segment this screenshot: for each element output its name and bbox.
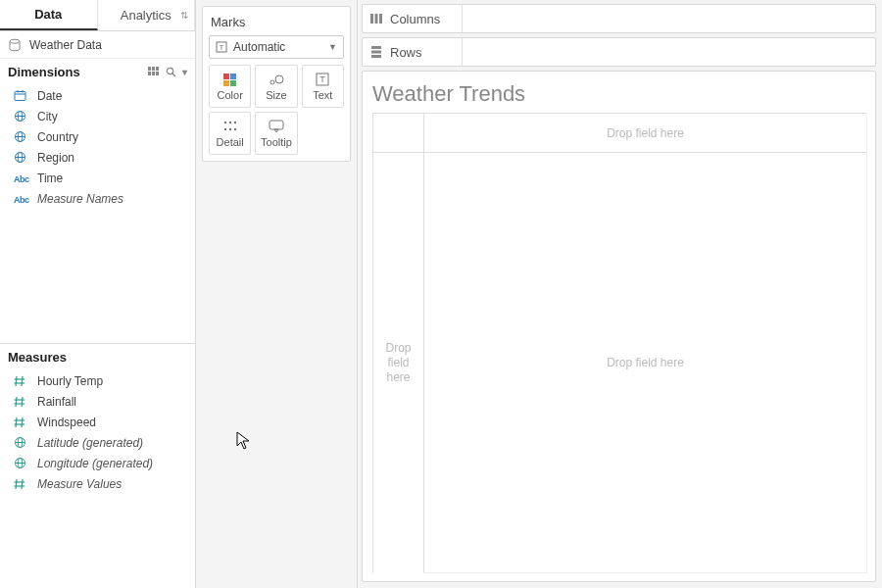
measure-field[interactable]: Windspeed: [0, 412, 195, 432]
svg-rect-59: [379, 14, 382, 24]
svg-point-7: [167, 68, 172, 74]
measures-header: Measures: [0, 344, 195, 368]
svg-line-8: [172, 74, 175, 76]
viz-title[interactable]: Weather Trends: [372, 79, 867, 113]
measure-field[interactable]: Measure Values: [0, 473, 195, 494]
dimension-field[interactable]: Country: [0, 126, 195, 147]
measures-list: Hourly TempRainfallWindspeedLatitude (ge…: [0, 368, 195, 500]
viz-col-dropzone[interactable]: Drop field here: [423, 113, 866, 152]
tab-data[interactable]: Data: [0, 0, 98, 30]
abc-icon: Abc: [14, 192, 27, 206]
viz-row-drop-text: Drop field here: [377, 341, 419, 385]
tooltip-icon: [269, 119, 284, 134]
field-label: Latitude (generated): [37, 436, 187, 450]
marks-color-button[interactable]: Color: [209, 65, 251, 108]
svg-point-55: [233, 128, 235, 130]
svg-rect-4: [148, 72, 151, 75]
tab-data-label: Data: [34, 7, 62, 22]
field-label: Measure Values: [37, 477, 187, 491]
abc-icon: Abc: [14, 172, 27, 185]
svg-line-40: [16, 479, 17, 489]
hash-icon: [14, 375, 27, 387]
svg-rect-6: [156, 72, 159, 75]
dimensions-list: DateCityCountryRegionAbcTimeAbcMeasure N…: [0, 83, 195, 215]
measure-field[interactable]: Longitude (generated): [0, 453, 195, 473]
text-icon: T: [316, 72, 329, 87]
svg-line-22: [16, 376, 17, 386]
svg-point-50: [223, 122, 225, 123]
globe-icon: [14, 436, 27, 449]
dimension-field[interactable]: City: [0, 106, 195, 126]
dimension-field[interactable]: AbcMeasure Names: [0, 188, 195, 209]
hash-icon: [14, 396, 27, 408]
mark-type-label: Automatic: [233, 40, 285, 54]
measure-field[interactable]: Latitude (generated): [0, 432, 195, 453]
svg-line-30: [16, 417, 17, 427]
marks-detail-button[interactable]: Detail: [209, 112, 251, 155]
marks-card: Marks T Automatic ▼ Color Size: [202, 6, 351, 162]
globe-icon: [14, 110, 27, 122]
svg-point-0: [10, 39, 20, 43]
dimensions-header: Dimensions ▾: [0, 59, 195, 83]
svg-rect-60: [371, 46, 381, 49]
search-icon[interactable]: [166, 67, 176, 77]
datasource-name: Weather Data: [29, 38, 102, 52]
rows-shelf[interactable]: Rows: [362, 37, 876, 67]
dimension-field[interactable]: Date: [0, 85, 195, 106]
dimension-field[interactable]: Region: [0, 147, 195, 168]
marks-size-button[interactable]: Size: [255, 65, 297, 108]
marks-color-label: Color: [218, 89, 243, 101]
color-icon: [223, 72, 236, 87]
field-label: Measure Names: [37, 192, 187, 206]
measure-field[interactable]: Rainfall: [0, 391, 195, 412]
datasource-row[interactable]: Weather Data: [0, 31, 195, 59]
field-label: Time: [37, 172, 187, 185]
hash-icon: [14, 478, 27, 490]
dimension-field[interactable]: AbcTime: [0, 168, 195, 188]
viz-area: Weather Trends Drop field here Drop fiel…: [362, 71, 876, 582]
svg-point-54: [228, 128, 230, 130]
dimensions-title: Dimensions: [8, 65, 80, 79]
tab-analytics[interactable]: Analytics ⇅: [98, 0, 196, 30]
columns-shelf[interactable]: Columns: [362, 4, 876, 33]
field-label: Rainfall: [37, 395, 187, 409]
marks-detail-label: Detail: [217, 136, 244, 148]
columns-dropzone[interactable]: [463, 5, 875, 32]
svg-line-41: [22, 479, 23, 489]
svg-rect-58: [375, 14, 378, 24]
svg-point-51: [228, 122, 230, 123]
marks-pane: Marks T Automatic ▼ Color Size: [196, 0, 358, 588]
tab-analytics-label: Analytics: [121, 8, 172, 23]
viz-row-dropzone[interactable]: Drop field here: [372, 152, 423, 573]
svg-rect-9: [15, 92, 25, 101]
svg-rect-61: [371, 51, 381, 54]
chevron-down-icon: ▼: [328, 42, 337, 52]
viz-grid: Drop field here Drop field here Drop fie…: [372, 113, 867, 573]
mark-type-dropdown[interactable]: T Automatic ▼: [209, 35, 344, 59]
measure-field[interactable]: Hourly Temp: [0, 370, 195, 391]
marks-tooltip-label: Tooltip: [261, 136, 292, 148]
rows-dropzone[interactable]: [463, 38, 875, 66]
svg-rect-62: [371, 55, 381, 58]
marks-size-label: Size: [266, 89, 286, 101]
marks-buttons: Color Size T Text Detail: [209, 65, 344, 155]
globe-icon: [14, 457, 27, 469]
svg-point-53: [223, 128, 225, 130]
detail-icon: [223, 119, 237, 134]
marks-tooltip-button[interactable]: Tooltip: [255, 112, 297, 155]
rows-icon: [370, 46, 382, 58]
viz-corner: [372, 113, 423, 152]
calendar-icon: [14, 89, 27, 102]
svg-point-46: [270, 80, 274, 84]
marks-title: Marks: [209, 13, 344, 35]
view-as-table-icon[interactable]: [148, 67, 160, 77]
rows-label: Rows: [390, 45, 422, 60]
viz-body-dropzone[interactable]: Drop field here: [423, 152, 866, 573]
menu-icon[interactable]: ▾: [182, 67, 187, 77]
measures-block: Measures Hourly TempRainfallWindspeedLat…: [0, 343, 195, 500]
svg-rect-57: [370, 14, 373, 24]
viz-col-drop-text: Drop field here: [607, 126, 684, 140]
marks-text-button[interactable]: T Text: [302, 65, 344, 108]
svg-text:T: T: [320, 74, 326, 84]
columns-icon: [370, 13, 382, 24]
